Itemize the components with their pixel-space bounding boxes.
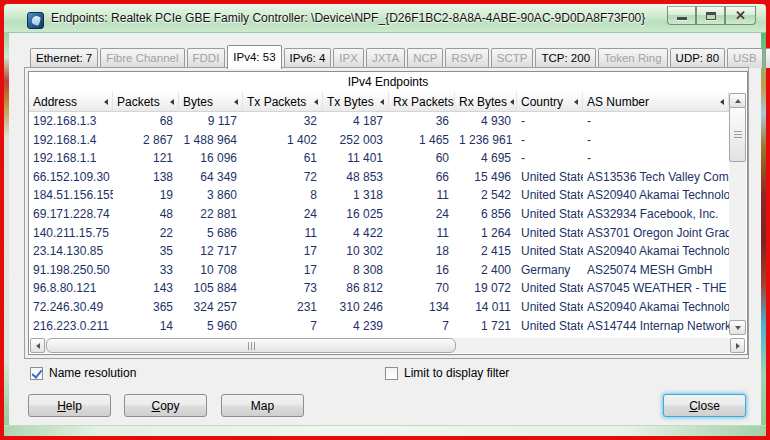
table-row[interactable]: 72.246.30.49365 324 257231 310 246134 14… [29,298,729,317]
tab-label: SCTP [497,52,528,64]
table-row[interactable]: 66.152.109.30138 64 34972 48 85366 15 49… [29,168,729,187]
horizontal-scrollbar[interactable] [30,338,745,353]
cell-tx-bytes: 8 308 [323,261,389,280]
arrow-down-icon [735,326,741,330]
column-header-rx-packets[interactable]: Rx Packets [389,92,455,111]
cell-address: 72.246.30.49 [29,298,113,317]
vertical-scroll-thumb[interactable] [729,107,746,162]
sort-arrow-icon [510,99,514,105]
cell-rx-bytes: 14 011 [455,298,517,317]
screenshot-border: Endpoints: Realtek PCIe GBE Family Contr… [0,0,770,440]
table-row[interactable]: 23.14.130.8535 12 71717 10 30218 2 415Un… [29,242,729,261]
table-row[interactable]: 184.51.156.15519 3 8608 1 31811 2 542Uni… [29,186,729,205]
table-row[interactable]: 192.168.1.42 867 1 488 9641 402 252 0031… [29,131,729,150]
help-button[interactable]: Help [28,394,111,417]
scroll-down-button[interactable] [729,320,746,335]
minimize-button[interactable] [667,6,696,25]
column-header-tx-bytes[interactable]: Tx Bytes [323,92,389,111]
endpoint-list: IPv4 Endpoints Address Packets Bytes Tx … [28,71,748,355]
cell-tx-packets: 7 [243,317,323,336]
column-header-label: Packets [117,95,160,109]
cell-packets: 14 [113,317,179,336]
cell-bytes: 3 860 [179,186,243,205]
arrow-left-icon [36,343,40,349]
scroll-left-button[interactable] [30,338,45,353]
copy-button[interactable]: Copy [124,394,207,417]
tab-label: IPv4: 53 [233,51,275,63]
tab-wlan: WLAN [765,48,770,68]
cell-bytes: 5 960 [179,317,243,336]
cell-tx-bytes: 4 187 [323,112,389,131]
cell-rx-packets: 60 [389,149,455,168]
maximize-button[interactable] [696,6,725,25]
cell-packets: 121 [113,149,179,168]
tab-jxta: JXTA [366,48,405,68]
window-frame-right [761,33,766,436]
tab-ethernet-7[interactable]: Ethernet: 7 [30,48,98,68]
cell-rx-packets: 16 [389,261,455,280]
titlebar[interactable]: Endpoints: Realtek PCIe GBE Family Contr… [4,4,766,33]
horizontal-scroll-thumb[interactable] [46,338,456,353]
sort-arrow-icon [720,99,724,105]
tab-label: FDDI [193,52,220,64]
vertical-scrollbar[interactable] [729,93,746,335]
tab-ipx: IPX [333,48,364,68]
cell-rx-bytes: 4 695 [455,149,517,168]
column-header-tx-packets[interactable]: Tx Packets [243,92,323,111]
scroll-right-button[interactable] [730,338,745,353]
tab-ipv6-4[interactable]: IPv6: 4 [284,48,332,68]
cell-packets: 19 [113,186,179,205]
map-button[interactable]: Map [221,394,304,417]
cell-as-number: AS20940 Akamai Technolog [583,242,729,261]
tab-tcp-200[interactable]: TCP: 200 [535,48,596,68]
cell-bytes: 12 717 [179,242,243,261]
cell-packets: 143 [113,279,179,298]
column-header-row: Address Packets Bytes Tx Packets Tx Byte… [29,92,729,112]
table-row[interactable]: 140.211.15.7522 5 68611 4 42211 1 264Uni… [29,224,729,243]
tab-fibre-channel: Fibre Channel [100,48,184,68]
table-row[interactable]: 69.171.228.7448 22 88124 16 02524 6 856U… [29,205,729,224]
name-resolution-label: Name resolution [49,366,136,380]
column-header-bytes[interactable]: Bytes [179,92,243,111]
table-row[interactable]: 96.8.80.121143 105 88473 86 81270 19 072… [29,279,729,298]
tab-udp-80[interactable]: UDP: 80 [670,48,725,68]
tab-token-ring: Token Ring [598,48,668,68]
table-row[interactable]: 192.168.1.368 9 11732 4 18736 4 930- - [29,112,729,131]
cell-rx-packets: 7 [389,317,455,336]
tab-label: IPX [339,52,358,64]
scroll-up-button[interactable] [729,93,746,108]
cell-country: United States [517,224,583,243]
tab-sctp: SCTP [491,48,534,68]
cell-address: 69.171.228.74 [29,205,113,224]
cell-bytes: 16 096 [179,149,243,168]
tab-label: USB [733,52,757,64]
close-button[interactable]: Close [663,394,746,417]
column-header-rx-bytes[interactable]: Rx Bytes [455,92,517,111]
column-header-country[interactable]: Country [517,92,583,111]
cell-rx-packets: 1 465 [389,131,455,150]
column-header-as-number[interactable]: AS Number [583,92,729,111]
cell-as-number: AS3701 Oregon Joint Gradu [583,224,729,243]
close-window-button[interactable]: ✕ [725,6,756,25]
cell-as-number: AS32934 Facebook, Inc. [583,205,729,224]
limit-display-filter-checkbox[interactable]: Limit to display filter [385,365,509,381]
column-header-packets[interactable]: Packets [113,92,179,111]
cell-rx-packets: 24 [389,205,455,224]
cell-as-number: AS25074 MESH GmbH [583,261,729,280]
table-row[interactable]: 91.198.250.5033 10 70817 8 30816 2 400Ge… [29,261,729,280]
table-row[interactable]: 216.223.0.21114 5 9607 4 2397 1 721Unite… [29,317,729,336]
cell-address: 140.211.15.75 [29,224,113,243]
table-row[interactable]: 192.168.1.1121 16 09661 11 40160 4 695- … [29,149,729,168]
column-header-label: Tx Packets [247,95,306,109]
column-header-address[interactable]: Address [29,92,113,111]
cell-address: 216.223.0.211 [29,317,113,336]
tab-ipv4-53[interactable]: IPv4: 53 [227,45,281,69]
sort-arrow-icon [104,99,108,105]
cell-tx-packets: 231 [243,298,323,317]
cell-as-number: - [583,149,729,168]
cell-rx-bytes: 1 236 961 [455,131,517,150]
name-resolution-checkbox[interactable]: Name resolution [30,365,136,381]
cell-rx-packets: 66 [389,168,455,187]
cell-packets: 365 [113,298,179,317]
cell-tx-packets: 17 [243,261,323,280]
